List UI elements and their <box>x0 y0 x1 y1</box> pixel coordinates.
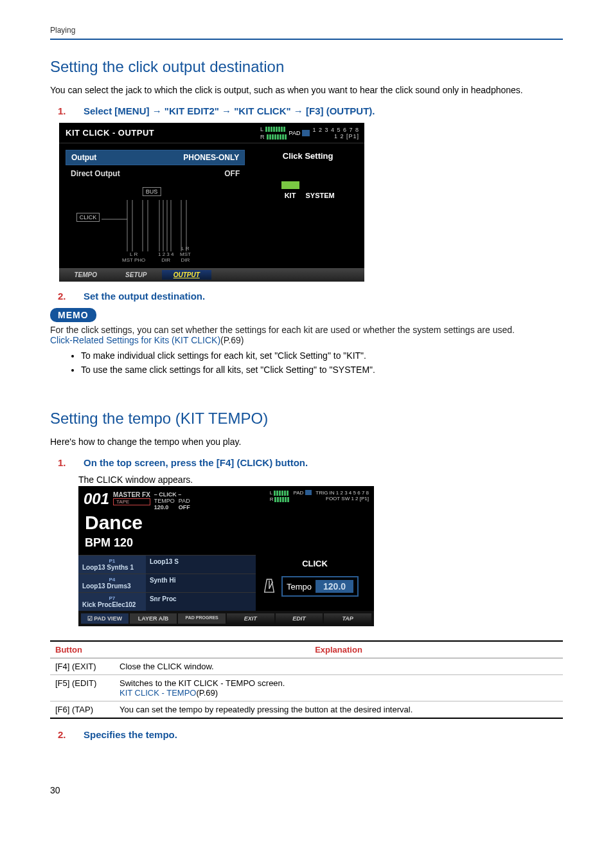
t: Kick ProcElec102 <box>82 601 136 608</box>
tab-edit: EDIT <box>276 613 323 624</box>
tab-padprogres: PAD PROGRES <box>178 613 226 624</box>
toggle-indicator-icon <box>281 181 299 189</box>
meters: L R PAD 1 2 3 4 5 6 7 8 1 2 [P1] <box>218 123 364 143</box>
row-output: Output PHONES-ONLY <box>66 150 245 165</box>
tab-output-active: OUTPUT <box>162 270 211 280</box>
metronome-icon <box>262 578 276 595</box>
pn: P4 <box>82 577 142 583</box>
tempo-value: 120.0 <box>315 580 353 593</box>
meter-l: L <box>270 490 272 496</box>
t: PAD <box>179 498 190 504</box>
step-number: 1. <box>58 457 68 468</box>
meter-bars <box>274 491 289 496</box>
intro-text: You can select the jack to which the cli… <box>50 85 563 95</box>
step-1: 1. Select [MENU] → "KIT EDIT2" → "KIT CL… <box>58 105 563 116</box>
t: (P.69) <box>220 335 244 345</box>
tab-padview: ☑ PAD VIEW <box>81 613 129 624</box>
bullet: To use the same click settings for all k… <box>81 365 563 375</box>
t: "KIT EDIT2" <box>162 105 222 116</box>
t: Loop13 Synths 1 <box>82 564 134 571</box>
link-kit-click-tempo[interactable]: KIT CLICK - TEMPO <box>120 688 196 698</box>
cell-button: [F5] (EDIT) <box>50 675 114 701</box>
pad-label: PAD <box>289 130 301 136</box>
bus-diagram: BUS CLICK L RMST PHO 1 2 3 <box>66 187 245 264</box>
lbl: KIT <box>285 192 296 199</box>
screenshot-kit-click-output: KIT CLICK - OUTPUT L R PAD 1 2 3 4 5 6 7… <box>59 123 364 282</box>
arrow-icon: → <box>152 105 162 116</box>
button-explanation-table: Button Explanation [F4] (EXIT) Close the… <box>50 640 563 719</box>
t: TEMPO <box>154 498 175 504</box>
pad-indicator-icon <box>302 130 310 136</box>
step-text: Select [MENU] → "KIT EDIT2" → "KIT CLICK… <box>84 105 375 116</box>
page-number: 30 <box>50 785 563 795</box>
click-setting-panel: Click Setting KIT SYSTEM <box>251 143 364 268</box>
heading-kit-tempo: Setting the tempo (KIT TEMPO) <box>50 410 563 428</box>
cell-button: [F4] (EXIT) <box>50 658 114 675</box>
screen-title: KIT CLICK - OUTPUT <box>59 123 218 143</box>
cell-explanation: You can set the tempo by repeatedly pres… <box>114 701 563 719</box>
th-button: Button <box>50 641 114 658</box>
tape-badge: TAPE <box>113 498 150 505</box>
click-setting-title: Click Setting <box>259 151 357 161</box>
master-fx: MASTER FX <box>113 491 150 498</box>
t: TRIG IN <box>315 490 334 496</box>
t: 120.0 <box>154 504 169 511</box>
tab-layer: LAYER A/B <box>130 613 177 624</box>
step-text: Set the output destination. <box>84 291 205 302</box>
lbl: SYSTEM <box>306 192 335 199</box>
meter-bars <box>267 134 287 140</box>
system-toggle: SYSTEM <box>306 172 335 199</box>
tab-tempo: TEMPO <box>61 270 111 280</box>
lbl: Direct Output <box>71 169 120 178</box>
t: FOOT SW <box>326 496 350 502</box>
t: For the click settings, you can set whet… <box>50 325 515 335</box>
bus-lines-icon <box>66 187 245 264</box>
t: "KIT CLICK" <box>231 105 294 116</box>
arrow-icon: → <box>294 105 303 116</box>
table-row: [F4] (EXIT) Close the CLICK window. <box>50 658 563 675</box>
caption-click-window: The CLICK window appears. <box>78 475 563 485</box>
t: [F3] (OUTPUT). <box>303 105 375 116</box>
cell-explanation: Switches to the KIT CLICK - TEMPO screen… <box>114 675 563 701</box>
meter-r: R <box>260 134 265 140</box>
tab-setup: SETUP <box>112 270 161 280</box>
val: PHONES-ONLY <box>183 153 239 162</box>
memo-body: For the click settings, you can set whet… <box>50 325 563 345</box>
t: 1 2 3 4 5 6 7 8 <box>336 490 369 496</box>
step-number: 2. <box>58 291 68 302</box>
t: OFF <box>179 504 190 511</box>
tab-empty <box>314 270 363 280</box>
bullet: To make individual click settings for ea… <box>81 350 563 361</box>
link-click-related-settings[interactable]: Click-Related Settings for Kits (KIT CLI… <box>50 335 220 345</box>
instrument-rows: P1Loop13 Synths 1Loop13 S P4Loop13 Drums… <box>78 555 256 611</box>
meter-l: L <box>260 126 263 132</box>
tab-tap: TAP <box>324 613 371 624</box>
meter-bars <box>265 127 285 132</box>
click-title: CLICK <box>262 559 368 568</box>
pn: P7 <box>82 595 142 601</box>
trig-p1: 1 2 [P1] <box>334 133 359 140</box>
running-header: Playing <box>50 26 563 40</box>
t: Tempo <box>287 582 312 592</box>
cell-button: [F6] (TAP) <box>50 701 114 719</box>
t: PAD <box>293 490 303 496</box>
kit-toggle: KIT <box>281 172 299 199</box>
kit-number: 001 <box>84 490 109 511</box>
t: Loop13 S <box>146 556 256 574</box>
screen-footer-tabs: TEMPO SETUP OUTPUT <box>59 268 364 282</box>
kit-name: Dance <box>78 511 374 535</box>
s2-footer: ☑ PAD VIEW LAYER A/B PAD PROGRES EXIT ED… <box>78 611 374 626</box>
th-explanation: Explanation <box>114 641 563 658</box>
val: OFF <box>224 169 240 178</box>
tab-empty <box>213 270 262 280</box>
arrow-icon: → <box>222 105 231 116</box>
t: (P.69) <box>196 688 218 698</box>
bpm-display: BPM 120 <box>78 535 374 555</box>
click-header: – CLICK – <box>154 491 190 498</box>
heading-click-output: Setting the click output destination <box>50 58 563 76</box>
trig-numbers: 1 2 3 4 5 6 7 8 <box>312 127 359 133</box>
t: Select [MENU] <box>84 105 152 116</box>
meter-bars <box>274 497 289 502</box>
memo-block: MEMO For the click settings, you can set… <box>50 308 563 375</box>
bus-labels-bottom: L RMST PHO <box>122 251 145 263</box>
